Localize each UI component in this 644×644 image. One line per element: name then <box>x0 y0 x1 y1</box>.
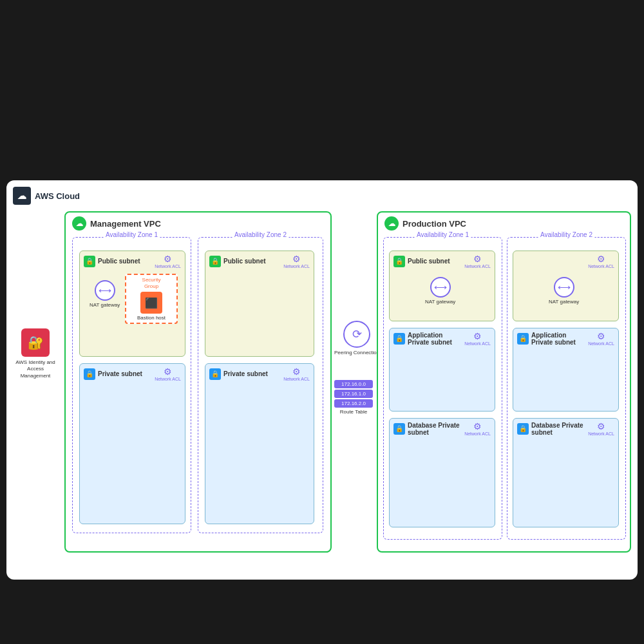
peering-icon: ⟳ <box>343 321 370 348</box>
management-vpc: ☁ Management VPC Availability Zone 1 🔒 P… <box>64 211 332 553</box>
prod-az2-app-nacl: ⚙ Network ACL <box>588 331 614 346</box>
prod-az1-public-header: 🔒 Public subnet ⚙ Network ACL <box>390 251 495 271</box>
mgmt-az1-private-title: Private subnet <box>98 370 152 377</box>
prod-az1-app-nacl: ⚙ Network ACL <box>464 331 491 346</box>
prod-az2-db-title: Database Private subnet <box>531 422 585 436</box>
prod-az2-app-icon: 🔒 <box>517 333 529 345</box>
prod-az2-public-subnet: ⚙ Network ACL ⟷ NAT gateway <box>513 251 619 321</box>
prod-az2-public-nacl: ⚙ Network ACL <box>588 254 614 269</box>
prod-az1-public-title: Public subnet <box>408 258 462 265</box>
mgmt-az2-public-nacl: ⚙ Network ACL <box>283 254 310 269</box>
prod-az2-app-subnet: 🔒 Application Private subnet ⚙ Network A… <box>513 328 619 412</box>
mgmt-az2-private-icon: 🔒 <box>209 368 221 380</box>
bastion-icon: ⬛ <box>140 292 162 314</box>
management-vpc-title: Management VPC <box>90 219 161 229</box>
mgmt-az1-public-icon: 🔒 <box>84 256 95 267</box>
mgmt-az2-public-header: 🔒 Public subnet ⚙ Network ACL <box>205 251 314 271</box>
prod-az1-db-title: Database Private subnet <box>408 422 462 436</box>
prod-az1-label: Availability Zone 1 <box>414 231 471 238</box>
prod-az1-app-header: 🔒 Application Private subnet ⚙ Network A… <box>390 328 495 348</box>
mgmt-az1-label: Availability Zone 1 <box>103 231 160 238</box>
mgmt-az2-public-icon: 🔒 <box>209 256 221 267</box>
peering-connection: ⟳ Peering Connection <box>334 321 379 355</box>
production-vpc: ☁ Production VPC Availability Zone 1 🔒 P… <box>377 211 631 553</box>
prod-az1-app-title: Application Private subnet <box>408 332 462 346</box>
prod-az1-db-header: 🔒 Database Private subnet ⚙ Network ACL <box>390 419 495 439</box>
prod-az1-public-icon: 🔒 <box>393 256 405 267</box>
security-group-label: SecurityGroup <box>128 277 175 289</box>
security-group: SecurityGroup ⬛ Bastion host <box>125 274 178 324</box>
route-row-3: 172.16.2.0 <box>334 399 373 408</box>
prod-az1-nat: ⟷ NAT gateway <box>425 277 455 305</box>
prod-az2-db-header: 🔒 Database Private subnet ⚙ Network ACL <box>513 419 618 439</box>
mgmt-az2-private-subnet: 🔒 Private subnet ⚙ Network ACL <box>205 363 314 524</box>
prod-az1: Availability Zone 1 🔒 Public subnet ⚙ Ne… <box>383 237 502 540</box>
mgmt-az1-public-nacl: ⚙ Network ACL <box>155 254 181 269</box>
mgmt-az2-public-title: Public subnet <box>223 258 281 265</box>
mgmt-az2-private-title: Private subnet <box>223 370 281 377</box>
mgmt-az2: Availability Zone 2 🔒 Public subnet ⚙ Ne… <box>198 237 323 533</box>
prod-az2-app-header: 🔒 Application Private subnet ⚙ Network A… <box>513 328 618 348</box>
iam-icon-box: 🔐 <box>21 328 50 357</box>
route-row-1: 172.16.0.0 <box>334 380 373 388</box>
main-canvas: ☁ AWS Cloud 🔐 AWS Identity and Access Ma… <box>6 180 638 580</box>
prod-az2-db-icon: 🔒 <box>517 423 529 435</box>
mgmt-az2-public-subnet: 🔒 Public subnet ⚙ Network ACL <box>205 251 314 357</box>
production-vpc-title: Production VPC <box>402 219 466 229</box>
peering-label: Peering Connection <box>334 350 379 355</box>
bastion-label: Bastion host <box>128 315 175 321</box>
route-row-2: 172.16.1.0 <box>334 390 373 398</box>
prod-az1-db-icon: 🔒 <box>393 423 405 435</box>
iam-icon: 🔐 AWS Identity and Access Management <box>13 328 58 379</box>
aws-cloud-text: AWS Cloud <box>35 191 80 201</box>
route-table-label: Route Table <box>340 409 368 415</box>
mgmt-az2-private-header: 🔒 Private subnet ⚙ Network ACL <box>205 364 314 384</box>
mgmt-az1-private-header: 🔒 Private subnet ⚙ Network ACL <box>80 364 185 384</box>
mgmt-az1-public-title: Public subnet <box>98 258 152 265</box>
mgmt-az1-private-icon: 🔒 <box>84 368 95 380</box>
prod-az1-public-subnet: 🔒 Public subnet ⚙ Network ACL ⟷ NAT gate… <box>389 251 495 321</box>
prod-az1-app-subnet: 🔒 Application Private subnet ⚙ Network A… <box>389 328 495 412</box>
management-vpc-icon: ☁ <box>72 216 86 231</box>
mgmt-nat-gateway: ⟷ NAT gateway <box>90 280 120 308</box>
prod-az2-public-header: ⚙ Network ACL <box>513 251 618 271</box>
mgmt-az1-public-header: 🔒 Public subnet ⚙ Network ACL <box>80 251 185 271</box>
production-vpc-icon: ☁ <box>384 216 399 231</box>
aws-cloud-icon: ☁ <box>13 187 31 205</box>
mgmt-az1-private-nacl: ⚙ Network ACL <box>155 366 181 381</box>
prod-az1-public-nacl: ⚙ Network ACL <box>464 254 491 269</box>
prod-az2-nat: ⟷ NAT gateway <box>549 277 579 305</box>
prod-az1-app-icon: 🔒 <box>393 333 405 345</box>
route-table: 172.16.0.0 172.16.1.0 172.16.2.0 Route T… <box>334 380 373 415</box>
iam-label: AWS Identity and Access Management <box>13 359 58 379</box>
prod-az2: Availability Zone 2 ⚙ Network ACL ⟷ NAT … <box>507 237 626 540</box>
prod-az2-db-subnet: 🔒 Database Private subnet ⚙ Network ACL <box>513 418 619 527</box>
prod-az2-label: Availability Zone 2 <box>538 231 595 238</box>
prod-az1-db-subnet: 🔒 Database Private subnet ⚙ Network ACL <box>389 418 495 527</box>
prod-az2-db-nacl: ⚙ Network ACL <box>588 421 614 436</box>
aws-cloud-label: ☁ AWS Cloud <box>13 187 80 205</box>
mgmt-az2-label: Availability Zone 2 <box>232 231 289 238</box>
mgmt-az2-private-nacl: ⚙ Network ACL <box>283 366 310 381</box>
mgmt-az1-private-subnet: 🔒 Private subnet ⚙ Network ACL <box>79 363 185 524</box>
prod-az2-app-title: Application Private subnet <box>531 332 585 346</box>
prod-az1-db-nacl: ⚙ Network ACL <box>464 421 491 436</box>
mgmt-az1-public-subnet: 🔒 Public subnet ⚙ Network ACL ⟷ NAT gate… <box>79 251 185 357</box>
mgmt-az1: Availability Zone 1 🔒 Public subnet ⚙ Ne… <box>72 237 191 533</box>
